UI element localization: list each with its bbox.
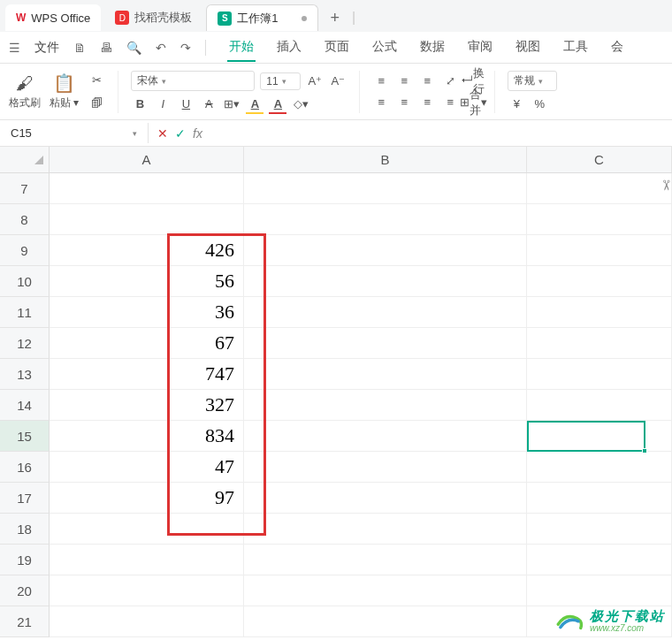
cell[interactable]	[244, 390, 527, 421]
workbook-tab[interactable]: S 工作簿1	[206, 4, 317, 31]
cell[interactable]	[50, 173, 244, 204]
align-left-icon[interactable]: ≡	[372, 94, 390, 111]
format-painter-button[interactable]: 🖌 格式刷	[9, 73, 41, 110]
row-header[interactable]: 13	[0, 359, 50, 390]
cell[interactable]	[244, 328, 527, 359]
cell[interactable]	[527, 204, 672, 235]
cell[interactable]	[527, 483, 672, 514]
cell[interactable]	[50, 514, 244, 545]
cell[interactable]: 834	[50, 421, 244, 452]
font-size-select[interactable]: 11 ▾	[260, 72, 301, 90]
decrease-font-icon[interactable]: A⁻	[329, 72, 347, 90]
row-header[interactable]: 20	[0, 575, 50, 606]
cell[interactable]	[527, 328, 672, 359]
cell[interactable]	[244, 483, 527, 514]
cell[interactable]: 47	[50, 452, 244, 483]
row-header[interactable]: 7	[0, 173, 50, 204]
borders-button[interactable]: ⊞▾	[223, 95, 241, 112]
tab-view[interactable]: 视图	[514, 34, 542, 62]
cell[interactable]: 426	[50, 235, 244, 266]
cell[interactable]	[244, 514, 527, 545]
save-icon[interactable]: 🗎	[73, 41, 86, 55]
font-family-select[interactable]: 宋体 ▾	[131, 71, 255, 91]
strikethrough-button[interactable]: A	[200, 95, 218, 112]
tab-insert[interactable]: 插入	[275, 34, 303, 62]
align-right-icon[interactable]: ≡	[418, 94, 436, 111]
currency-button[interactable]: ¥	[508, 95, 525, 112]
tab-home[interactable]: 开始	[227, 34, 256, 62]
docer-tab[interactable]: D 找稻壳模板	[104, 4, 202, 31]
tab-data[interactable]: 数据	[418, 34, 447, 62]
align-top-icon[interactable]: ≡	[372, 72, 390, 90]
number-format-select[interactable]: 常规 ▾	[508, 71, 557, 91]
cell[interactable]	[527, 235, 672, 266]
preview-icon[interactable]: 🔍	[126, 41, 141, 55]
formula-input[interactable]	[211, 123, 672, 143]
cell[interactable]	[527, 452, 672, 483]
percent-button[interactable]: %	[531, 95, 548, 112]
undo-icon[interactable]: ↶	[156, 41, 166, 55]
row-header[interactable]: 21	[0, 606, 50, 637]
bold-button[interactable]: B	[131, 95, 149, 112]
cell[interactable]: 56	[50, 266, 244, 297]
fx-label[interactable]: fx	[193, 126, 202, 141]
col-header-C[interactable]: C	[527, 147, 672, 173]
indent-icon[interactable]: ≡	[441, 94, 459, 111]
underline-button[interactable]: U	[177, 95, 195, 112]
select-all-corner[interactable]	[0, 147, 50, 173]
cell[interactable]	[244, 235, 527, 266]
formula-cancel-icon[interactable]: ✕	[157, 126, 168, 141]
cells-area[interactable]: 4265636677473278344797	[50, 173, 672, 637]
cut-icon[interactable]: ✂	[88, 72, 105, 89]
cell[interactable]	[244, 575, 527, 606]
row-header[interactable]: 9	[0, 235, 50, 266]
cell[interactable]	[244, 452, 527, 483]
cell[interactable]: 97	[50, 483, 244, 514]
col-header-B[interactable]: B	[244, 147, 527, 173]
row-header[interactable]: 19	[0, 545, 50, 575]
print-icon[interactable]: 🖶	[100, 41, 112, 55]
formula-accept-icon[interactable]: ✓	[175, 126, 186, 141]
font-color-button[interactable]: A	[269, 95, 286, 112]
row-header[interactable]: 15	[0, 421, 50, 452]
row-header[interactable]: 18	[0, 514, 50, 545]
align-bottom-icon[interactable]: ≡	[418, 72, 436, 90]
redo-icon[interactable]: ↷	[180, 41, 191, 55]
tab-review[interactable]: 审阅	[466, 34, 494, 62]
align-middle-icon[interactable]: ≡	[395, 72, 413, 90]
file-menu[interactable]: 文件	[34, 40, 59, 56]
row-header[interactable]: 14	[0, 390, 50, 421]
tab-page[interactable]: 页面	[323, 34, 351, 62]
cell[interactable]	[244, 421, 527, 452]
cell[interactable]: 67	[50, 328, 244, 359]
increase-font-icon[interactable]: A⁺	[306, 72, 324, 90]
cell[interactable]	[527, 421, 672, 452]
app-tab[interactable]: W WPS Office	[5, 4, 101, 31]
align-center-icon[interactable]: ≡	[395, 94, 413, 111]
cell[interactable]	[527, 297, 672, 328]
cell[interactable]	[527, 359, 672, 390]
cell[interactable]	[244, 606, 527, 637]
cell[interactable]: 36	[50, 297, 244, 328]
cell[interactable]	[527, 173, 672, 204]
cell[interactable]	[50, 545, 244, 575]
cell[interactable]	[50, 204, 244, 235]
cell[interactable]	[244, 297, 527, 328]
close-tab-icon[interactable]	[302, 16, 307, 21]
orientation-icon[interactable]: ⤢	[441, 72, 459, 90]
cell[interactable]	[50, 606, 244, 637]
paste-button[interactable]: 📋 粘贴 ▾	[50, 72, 79, 110]
cell[interactable]	[50, 575, 244, 606]
row-header[interactable]: 17	[0, 483, 50, 514]
row-header[interactable]: 12	[0, 328, 50, 359]
tab-formula[interactable]: 公式	[370, 34, 399, 62]
cell[interactable]: 327	[50, 390, 244, 421]
merge-button[interactable]: ⊞ 合并▾	[464, 94, 482, 111]
cell[interactable]: 747	[50, 359, 244, 390]
row-header[interactable]: 10	[0, 266, 50, 297]
row-header[interactable]: 16	[0, 452, 50, 483]
cell[interactable]	[244, 173, 527, 204]
tab-tools[interactable]: 工具	[561, 34, 590, 62]
tab-member[interactable]: 会	[609, 34, 625, 62]
cell[interactable]	[244, 204, 527, 235]
